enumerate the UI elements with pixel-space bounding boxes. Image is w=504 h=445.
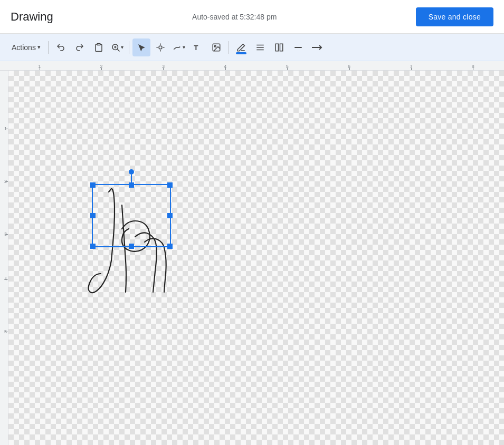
image-button[interactable] xyxy=(207,38,225,56)
pen-color-indicator xyxy=(236,52,246,54)
svg-rect-13 xyxy=(280,44,282,51)
clipboard-button[interactable] xyxy=(90,38,108,56)
freehand-button[interactable]: ▾ xyxy=(170,38,187,56)
ruler-mark-3: 3 xyxy=(132,64,194,70)
ruler-mark-6: 6 xyxy=(318,64,380,70)
drawing-canvas[interactable] xyxy=(8,71,504,445)
redo-icon xyxy=(75,43,84,52)
svg-rect-0 xyxy=(97,43,100,45)
ruler-mark-4: 4 xyxy=(194,64,256,70)
ruler-marks: 1 2 3 4 5 6 7 8 xyxy=(0,64,504,70)
horizontal-ruler: 1 2 3 4 5 6 7 8 xyxy=(0,61,504,71)
actions-chevron-icon: ▾ xyxy=(37,44,41,51)
clipboard-icon xyxy=(94,43,103,52)
long-arrow-icon xyxy=(311,44,324,51)
ruler-mark-8: 8 xyxy=(442,64,504,70)
v-ruler-tick-1 xyxy=(5,129,8,129)
svg-line-2 xyxy=(117,49,119,51)
freehand-chevron-icon: ▾ xyxy=(183,44,185,50)
svg-text:T: T xyxy=(194,43,198,51)
columns-button[interactable] xyxy=(270,38,288,56)
drawing-toolbar: Actions ▾ ▾ xyxy=(0,34,504,61)
canvas-background xyxy=(8,71,504,445)
svg-point-8 xyxy=(214,45,216,47)
line-spacing-button[interactable] xyxy=(251,38,269,56)
pointer-icon xyxy=(137,43,146,52)
text-icon: T xyxy=(193,43,202,52)
ruler-mark-7: 7 xyxy=(380,64,442,70)
canvas-wrapper: 1 2 3 4 5 xyxy=(0,71,504,445)
text-button[interactable]: T xyxy=(188,38,206,56)
redo-button[interactable] xyxy=(71,38,89,56)
freehand-icon xyxy=(173,43,182,52)
toolbar-divider-1 xyxy=(48,41,49,54)
image-icon xyxy=(212,43,221,52)
shapes-icon xyxy=(156,43,165,52)
ruler-mark-1: 1 xyxy=(8,64,70,70)
toolbar-divider-2 xyxy=(129,41,129,54)
save-close-button[interactable]: Save and close xyxy=(416,7,493,26)
undo-icon xyxy=(56,43,65,52)
zoom-icon xyxy=(111,43,120,52)
svg-point-5 xyxy=(159,46,162,49)
autosave-status: Auto-saved at 5:32:48 pm xyxy=(192,13,277,21)
select-pointer-button[interactable] xyxy=(132,38,150,56)
vertical-ruler: 1 2 3 4 5 xyxy=(0,71,8,445)
white-paper-overlay xyxy=(8,71,504,445)
pen-color-button[interactable] xyxy=(232,38,250,56)
v-ruler-tick-3 xyxy=(5,234,8,235)
long-arrow-button[interactable] xyxy=(308,38,326,56)
undo-button[interactable] xyxy=(52,38,70,56)
v-ruler-tick-5 xyxy=(5,332,8,332)
actions-menu-button[interactable]: Actions ▾ xyxy=(7,38,45,56)
svg-rect-12 xyxy=(275,44,278,51)
zoom-button[interactable]: ▾ xyxy=(109,38,126,56)
toolbar-divider-3 xyxy=(229,41,229,54)
v-ruler-tick-4 xyxy=(5,279,8,279)
app-header: Drawing Auto-saved at 5:32:48 pm Save an… xyxy=(0,0,504,34)
line-spacing-icon xyxy=(255,43,265,52)
columns-icon xyxy=(274,43,284,52)
v-ruler-tick-2 xyxy=(5,181,8,182)
actions-label: Actions xyxy=(12,43,36,52)
zoom-chevron-icon: ▾ xyxy=(121,44,123,50)
ruler-mark-5: 5 xyxy=(256,64,318,70)
shapes-button[interactable] xyxy=(151,38,169,56)
vertical-ruler-marks: 1 2 3 4 5 xyxy=(0,71,8,445)
app-title: Drawing xyxy=(11,10,53,24)
short-dash-button[interactable] xyxy=(289,38,307,56)
ruler-mark-2: 2 xyxy=(70,64,132,70)
pen-icon xyxy=(236,43,246,52)
short-dash-icon xyxy=(294,47,302,48)
